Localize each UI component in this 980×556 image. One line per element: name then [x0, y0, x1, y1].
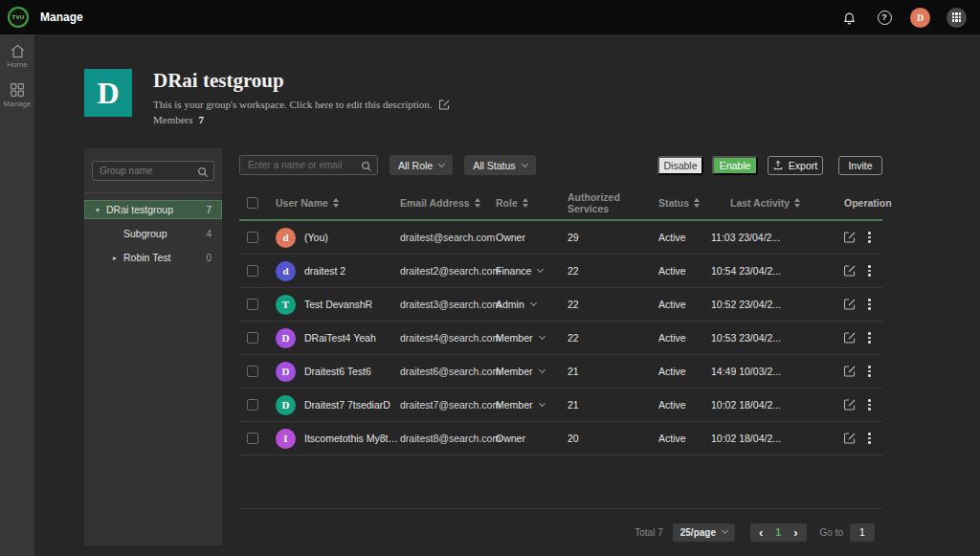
col-authorized-services: Authorized Services [568, 191, 658, 214]
tree-item[interactable]: ▸ Robin Test 0 [84, 248, 222, 267]
status-filter-dropdown[interactable]: All Status [464, 155, 535, 175]
tree-item-count: 7 [206, 205, 212, 215]
upload-icon [773, 160, 783, 170]
role-dropdown[interactable]: Owner [496, 232, 568, 243]
edit-icon[interactable] [844, 399, 856, 411]
chevron-down-icon [722, 527, 728, 534]
edit-icon[interactable] [844, 366, 856, 377]
tree-item-count: 4 [206, 229, 212, 239]
select-all-checkbox[interactable] [247, 197, 258, 209]
edit-icon[interactable] [844, 232, 856, 243]
member-email: draitest7@search.com [400, 399, 496, 411]
tree-item-label: DRai testgroup [106, 204, 206, 215]
col-operation: Operation [835, 197, 892, 209]
role-dropdown[interactable]: Member [496, 366, 568, 377]
group-search [92, 161, 214, 181]
export-button[interactable]: Export [768, 156, 823, 175]
member-email: draitest3@search.com [400, 299, 496, 310]
last-activity-value: 11:03 23/04/2... [711, 232, 835, 243]
role-dropdown[interactable]: Finance [496, 265, 568, 277]
chevron-down-icon [537, 266, 544, 273]
member-search-input[interactable] [239, 155, 378, 175]
last-activity-value: 10:54 23/04/2... [711, 265, 835, 277]
next-page-button[interactable]: › [793, 524, 797, 541]
edit-icon[interactable] [844, 433, 856, 444]
disable-button[interactable]: Disable [657, 156, 703, 175]
role-dropdown[interactable]: Member [496, 399, 568, 411]
goto-page-input[interactable] [850, 523, 875, 542]
manage-grid-icon [10, 82, 25, 98]
kebab-menu-icon[interactable] [866, 431, 873, 446]
col-status[interactable]: Status [658, 197, 711, 209]
role-dropdown[interactable]: Member [496, 332, 568, 344]
search-icon [361, 159, 372, 176]
sort-icon [333, 198, 339, 208]
row-checkbox[interactable] [247, 366, 258, 377]
row-checkbox[interactable] [247, 232, 258, 243]
member-email: draitest4@search.com [400, 332, 496, 344]
edit-icon[interactable] [844, 299, 856, 310]
authorized-services-count: 22 [568, 265, 658, 277]
member-avatar: D [276, 328, 296, 348]
col-role[interactable]: Role [496, 197, 568, 209]
table-row: d draitest 2 draitest2@search.com Financ… [239, 255, 882, 288]
member-email: draitest2@search.com [400, 265, 496, 277]
page-size-select[interactable]: 25/page [673, 523, 735, 542]
row-checkbox[interactable] [247, 299, 258, 310]
members-section: All Role All Status Disable Enable Expor… [239, 155, 882, 456]
row-checkbox[interactable] [247, 332, 258, 344]
role-dropdown[interactable]: Admin [496, 299, 568, 310]
edit-icon[interactable] [844, 332, 856, 344]
group-description[interactable]: This is your group's workspace. Click he… [153, 99, 450, 110]
members-count: Members7 [153, 114, 450, 125]
rail-label-manage: Manage [4, 100, 32, 108]
last-activity-value: 10:02 18/04/2... [711, 399, 835, 411]
kebab-menu-icon[interactable] [866, 297, 873, 312]
col-last-activity[interactable]: Last Activity [711, 197, 835, 209]
tree-item-label: Subgroup [123, 228, 206, 239]
bell-icon[interactable] [839, 8, 858, 27]
member-avatar: T [276, 295, 296, 315]
enable-button[interactable]: Enable [712, 156, 758, 175]
row-checkbox[interactable] [247, 265, 258, 277]
group-tree-panel: ▾ DRai testgroup 7 Subgroup 4 ▸ Robin Te… [84, 148, 222, 545]
kebab-menu-icon[interactable] [866, 364, 873, 379]
table-row: I Itscometothis My8tha... draitest8@sear… [239, 422, 882, 456]
group-search-input[interactable] [92, 161, 214, 181]
authorized-services-count: 21 [568, 366, 658, 377]
edit-description-icon[interactable] [439, 100, 450, 110]
help-icon[interactable]: ? [875, 8, 894, 27]
sort-icon [523, 198, 528, 208]
col-user-name[interactable]: User Name [276, 197, 400, 209]
divider [239, 508, 882, 509]
member-name: (You) [304, 232, 328, 243]
row-checkbox[interactable] [247, 433, 258, 444]
kebab-menu-icon[interactable] [866, 397, 873, 412]
role-filter-dropdown[interactable]: All Role [390, 155, 453, 175]
tree-item-count: 0 [206, 253, 212, 263]
invite-button[interactable]: Invite [838, 156, 882, 175]
status-value: Active [658, 366, 711, 377]
tree-item[interactable]: Subgroup 4 [84, 224, 222, 243]
search-icon [197, 165, 209, 182]
member-avatar: D [276, 395, 296, 415]
row-checkbox[interactable] [247, 399, 258, 411]
member-email: draitest6@search.com [400, 366, 496, 377]
sidebar-item-manage[interactable]: Manage [4, 82, 32, 108]
edit-icon[interactable] [844, 265, 856, 277]
kebab-menu-icon[interactable] [866, 263, 873, 278]
col-email[interactable]: Email Address [400, 197, 496, 209]
tvu-logo-icon[interactable]: TVU [8, 7, 29, 28]
avatar-letter: D [917, 12, 924, 23]
role-dropdown[interactable]: Owner [496, 433, 568, 444]
kebab-menu-icon[interactable] [866, 330, 873, 345]
authorized-services-count: 20 [568, 433, 658, 444]
apps-grid-icon[interactable] [947, 8, 967, 28]
sidebar-item-home[interactable]: Home [7, 44, 27, 69]
member-avatar: D [276, 362, 296, 382]
status-value: Active [658, 299, 711, 310]
tree-item[interactable]: ▾ DRai testgroup 7 [84, 200, 222, 219]
kebab-menu-icon[interactable] [866, 230, 873, 245]
user-avatar[interactable]: D [910, 8, 930, 28]
prev-page-button[interactable]: ‹ [759, 524, 763, 541]
